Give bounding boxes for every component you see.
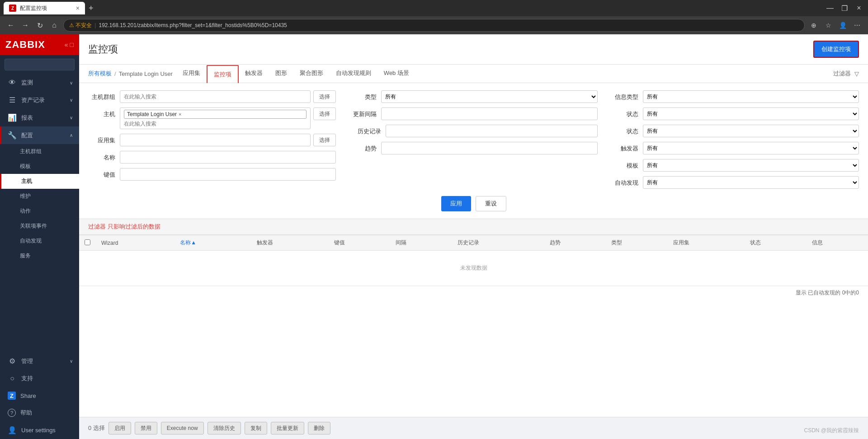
menu-btn[interactable]: ⋯: [852, 20, 863, 31]
create-item-btn[interactable]: 创建监控项: [813, 41, 859, 58]
appset-input[interactable]: [120, 134, 311, 146]
sidebar-sub-actions[interactable]: 动作: [0, 204, 79, 219]
data-table: Wizard 名称▲ 触发器 键值 间隔 历史记录 趋势 类型 应用集 状态 信…: [79, 235, 868, 286]
history-input[interactable]: [386, 125, 597, 137]
host-group-select-btn[interactable]: 选择: [313, 90, 336, 103]
tab-items[interactable]: 监控项: [207, 65, 239, 83]
sidebar-item-admin[interactable]: ⚙ 管理 ∨: [0, 352, 79, 370]
config-arrow: ∧: [70, 133, 73, 138]
disable-btn[interactable]: 禁用: [135, 422, 157, 434]
sidebar-sub-host-groups[interactable]: 主机群组: [0, 144, 79, 159]
sidebar-item-monitor[interactable]: 👁 监测 ∨: [0, 74, 79, 91]
trigger-filter-select[interactable]: 所有: [643, 142, 859, 154]
auto-discover-select[interactable]: 所有: [643, 176, 859, 189]
table-section: Wizard 名称▲ 触发器 键值 间隔 历史记录 趋势 类型 应用集 状态 信…: [79, 235, 868, 417]
sidebar-sub-services[interactable]: 服务: [0, 248, 79, 263]
trend-input[interactable]: [381, 142, 597, 154]
update-interval-input[interactable]: [381, 107, 597, 120]
back-btn[interactable]: ←: [5, 20, 16, 31]
monitor-icon: 👁: [8, 79, 17, 87]
filter-host-row: 主机 Template Login User ×: [88, 107, 336, 129]
filter-funnel-icon[interactable]: ▽: [854, 70, 859, 77]
window-restore-btn[interactable]: ❐: [839, 3, 850, 14]
browser-tab[interactable]: Z 配置监控项 ×: [4, 2, 85, 14]
copy-btn[interactable]: 复制: [245, 422, 267, 434]
host-search-input[interactable]: [124, 121, 307, 127]
sidebar-sub-hosts[interactable]: 主机: [0, 174, 79, 189]
breadcrumb-sep: /: [114, 70, 116, 77]
sidebar-item-label-assets: 资产记录: [21, 96, 45, 104]
sidebar-item-help[interactable]: ? 帮助: [0, 404, 79, 421]
sidebar-item-user-settings[interactable]: 👤 User settings: [0, 421, 79, 439]
browser-actions: ⊕ ☆ 👤 ⋯: [808, 20, 863, 31]
infotype-label: 信息类型: [611, 90, 638, 101]
sidebar-item-share[interactable]: Z Share: [0, 387, 79, 404]
key-input[interactable]: [120, 168, 336, 181]
tab-agg-graphs[interactable]: 聚合图形: [293, 65, 330, 83]
window-minimize-btn[interactable]: —: [825, 3, 835, 14]
history-label: 历史记录: [349, 125, 381, 135]
tab-close-btn[interactable]: ×: [76, 5, 80, 12]
enable-btn[interactable]: 启用: [108, 422, 131, 434]
forward-btn[interactable]: →: [20, 20, 31, 31]
expand-icon[interactable]: □: [70, 41, 74, 48]
batch-update-btn[interactable]: 批量更新: [271, 422, 304, 434]
key-label: 键值: [88, 168, 115, 179]
tab-auto-rules[interactable]: 自动发现规则: [330, 65, 377, 83]
breadcrumb-current: Template Login User: [119, 70, 173, 77]
filter-section: 主机群组 选择 主机 Template Login U: [79, 83, 868, 219]
tab-web-scenes[interactable]: Web 场景: [377, 65, 415, 83]
refresh-btn[interactable]: ↻: [34, 20, 45, 31]
status1-label: 状态: [611, 107, 638, 118]
reset-filter-btn[interactable]: 重设: [476, 196, 506, 211]
collapse-icon[interactable]: «: [65, 41, 68, 48]
tab-app-sets[interactable]: 应用集: [176, 65, 207, 83]
template-filter-label: 模板: [611, 159, 638, 170]
template-filter-select[interactable]: 所有: [643, 159, 859, 172]
apply-filter-btn[interactable]: 应用: [441, 196, 471, 211]
sidebar-sub-discovery[interactable]: 自动发现: [0, 234, 79, 248]
sidebar-item-support[interactable]: ○ 支持: [0, 370, 79, 387]
sidebar-item-label-help: 帮助: [20, 409, 32, 417]
status2-select[interactable]: 所有: [643, 125, 859, 137]
tab-graphs[interactable]: 图形: [269, 65, 293, 83]
host-tag-close[interactable]: ×: [179, 112, 181, 117]
table-header-name[interactable]: 名称▲: [175, 235, 251, 251]
name-label: 名称: [88, 151, 115, 162]
breadcrumb-all-templates[interactable]: 所有模板: [88, 70, 112, 78]
type-select[interactable]: 所有: [381, 90, 597, 103]
new-tab-btn[interactable]: +: [89, 4, 94, 13]
sidebar-item-assets[interactable]: ☰ 资产记录 ∨: [0, 91, 79, 109]
home-btn[interactable]: ⌂: [49, 20, 60, 31]
infotype-select[interactable]: 所有: [643, 90, 859, 103]
sidebar-search-input[interactable]: [5, 59, 75, 70]
window-close-btn[interactable]: ×: [854, 3, 864, 14]
tab-triggers[interactable]: 触发器: [239, 65, 269, 83]
logo-icons[interactable]: « □: [65, 41, 74, 48]
name-input[interactable]: [120, 151, 336, 163]
select-all-checkbox[interactable]: [85, 239, 90, 245]
filter-auto-discover-row: 自动发现 所有: [611, 176, 859, 189]
sidebar-item-config[interactable]: 🔧 配置 ∧: [0, 126, 79, 144]
sidebar-sub-corr-events[interactable]: 关联项事件: [0, 219, 79, 234]
status1-select[interactable]: 所有: [643, 107, 859, 120]
clear-history-btn[interactable]: 清除历史: [208, 422, 241, 434]
address-bar[interactable]: ⚠ 不安全 | 192.168.15.201/zabbix/items.php?…: [63, 19, 805, 32]
appset-label: 应用集: [88, 134, 115, 145]
host-select-btn[interactable]: 选择: [313, 107, 336, 120]
delete-btn[interactable]: 删除: [308, 422, 330, 434]
profile-btn[interactable]: 👤: [837, 20, 848, 31]
execute-now-btn[interactable]: Execute now: [161, 422, 204, 434]
sidebar-sub-templates[interactable]: 模板: [0, 159, 79, 174]
table-header-trend: 趋势: [544, 235, 606, 251]
sidebar-sub-maintenance[interactable]: 维护: [0, 189, 79, 204]
favorites-btn[interactable]: ☆: [823, 20, 834, 31]
extensions-btn[interactable]: ⊕: [808, 20, 819, 31]
trigger-filter-label: 触发器: [611, 142, 638, 153]
filter-infotype-row: 信息类型 所有: [611, 90, 859, 103]
help-icon: ?: [8, 409, 16, 417]
filter-type-row: 类型 所有: [349, 90, 597, 103]
sidebar-item-reports[interactable]: 📊 报表 ∨: [0, 109, 79, 126]
appset-select-btn[interactable]: 选择: [313, 134, 336, 146]
host-group-input[interactable]: [120, 90, 311, 103]
